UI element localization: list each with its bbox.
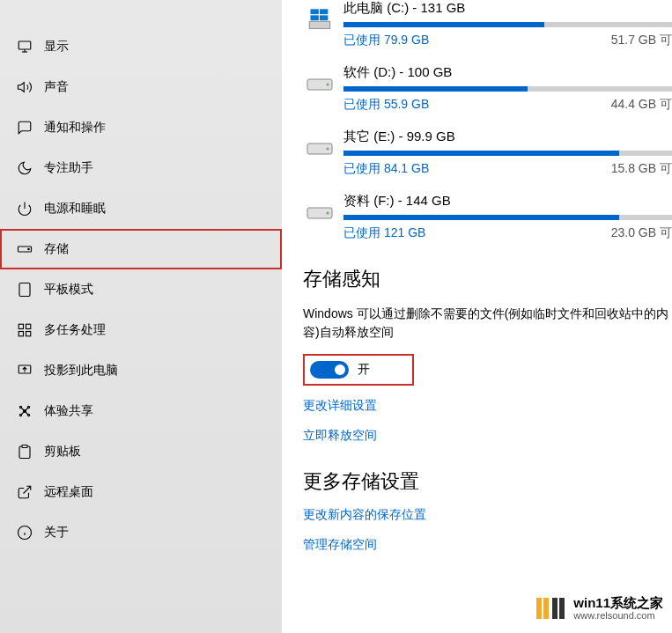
sidebar-item-projecting[interactable]: 投影到此电脑 bbox=[0, 350, 282, 391]
sidebar-item-label: 电源和睡眠 bbox=[44, 201, 106, 217]
toggle-label: 开 bbox=[358, 362, 370, 378]
sound-icon bbox=[16, 78, 33, 96]
sidebar-item-label: 远程桌面 bbox=[44, 484, 93, 500]
watermark-sub: www.relsound.com bbox=[573, 610, 663, 621]
sidebar-item-label: 体验共享 bbox=[44, 403, 93, 419]
svg-rect-0 bbox=[18, 41, 31, 49]
svg-point-37 bbox=[327, 212, 329, 215]
svg-rect-29 bbox=[320, 9, 328, 14]
sidebar-item-clipboard[interactable]: 剪贴板 bbox=[0, 431, 282, 472]
svg-point-6 bbox=[28, 248, 30, 250]
sidebar-item-label: 剪贴板 bbox=[44, 444, 81, 460]
drive-title: 软件 (D:) - 100 GB bbox=[343, 64, 672, 81]
sidebar-item-notifications[interactable]: 通知和操作 bbox=[0, 107, 282, 148]
more-settings-title: 更多存储设置 bbox=[303, 468, 672, 495]
shared-icon bbox=[16, 402, 33, 420]
sidebar-item-label: 多任务处理 bbox=[44, 322, 106, 338]
hdd-icon bbox=[303, 137, 336, 158]
svg-rect-9 bbox=[18, 324, 23, 328]
display-icon bbox=[16, 38, 33, 55]
free-space-link[interactable]: 立即释放空间 bbox=[303, 428, 672, 444]
drive-e[interactable]: 其它 (E:) - 99.9 GB 已使用 84.1 GB 15.8 GB 可 bbox=[303, 129, 672, 177]
svg-rect-22 bbox=[22, 445, 27, 448]
watermark-logo-icon bbox=[535, 593, 566, 624]
multitask-icon bbox=[16, 321, 33, 339]
drive-title: 其它 (E:) - 99.9 GB bbox=[343, 129, 672, 145]
svg-rect-40 bbox=[552, 598, 558, 619]
svg-rect-27 bbox=[309, 21, 329, 28]
storage-sense-title: 存储感知 bbox=[303, 266, 672, 292]
drive-title: 此电脑 (C:) - 131 GB bbox=[343, 0, 672, 17]
focus-icon bbox=[16, 159, 33, 177]
notification-icon bbox=[16, 119, 33, 136]
svg-marker-3 bbox=[18, 83, 25, 92]
svg-rect-28 bbox=[311, 9, 319, 14]
storage-sense-desc: Windows 可以通过删除不需要的文件(例如临时文件和回收站中的内容)自动释放… bbox=[303, 305, 672, 342]
about-icon bbox=[16, 524, 33, 541]
sidebar-item-shared[interactable]: 体验共享 bbox=[0, 391, 282, 431]
drive-free: 23.0 GB 可 bbox=[611, 225, 672, 241]
drive-f[interactable]: 资料 (F:) - 144 GB 已使用 121 GB 23.0 GB 可 bbox=[303, 193, 672, 241]
svg-rect-38 bbox=[536, 598, 542, 619]
svg-rect-30 bbox=[311, 15, 319, 20]
svg-line-23 bbox=[24, 486, 31, 493]
tablet-icon bbox=[16, 281, 33, 298]
sidebar-item-label: 专注助手 bbox=[44, 160, 93, 176]
projecting-icon bbox=[16, 362, 33, 379]
sidebar-item-power[interactable]: 电源和睡眠 bbox=[0, 188, 282, 229]
drive-used: 已使用 55.9 GB bbox=[343, 97, 429, 113]
drive-used: 已使用 84.1 GB bbox=[343, 161, 429, 177]
svg-rect-10 bbox=[26, 324, 31, 328]
change-details-link[interactable]: 更改详细设置 bbox=[303, 398, 672, 414]
sidebar-item-storage[interactable]: 存储 bbox=[0, 229, 282, 269]
svg-rect-12 bbox=[26, 332, 31, 336]
sidebar-item-multitask[interactable]: 多任务处理 bbox=[0, 310, 282, 350]
svg-rect-39 bbox=[543, 598, 549, 619]
sidebar: 显示 声音 通知和操作 专注助手 电源和睡眠 bbox=[0, 0, 282, 633]
svg-rect-7 bbox=[19, 283, 30, 297]
sidebar-item-display[interactable]: 显示 bbox=[0, 26, 282, 67]
sidebar-item-label: 声音 bbox=[44, 79, 69, 95]
storage-sense-toggle-row: 开 bbox=[303, 354, 414, 386]
hdd-icon bbox=[303, 73, 336, 94]
power-icon bbox=[16, 200, 33, 217]
sidebar-item-label: 平板模式 bbox=[44, 282, 93, 298]
sidebar-item-label: 投影到此电脑 bbox=[44, 363, 118, 379]
hdd-icon bbox=[303, 202, 336, 223]
drive-d[interactable]: 软件 (D:) - 100 GB 已使用 55.9 GB 44.4 GB 可 bbox=[303, 64, 672, 113]
clipboard-icon bbox=[16, 443, 33, 460]
svg-rect-41 bbox=[559, 598, 565, 619]
svg-point-35 bbox=[327, 148, 329, 151]
sidebar-item-focus[interactable]: 专注助手 bbox=[0, 148, 282, 188]
drive-progress-bar bbox=[343, 151, 672, 156]
main-content: 此电脑 (C:) - 131 GB 已使用 79.9 GB 51.7 GB 可 … bbox=[282, 0, 672, 633]
drive-c[interactable]: 此电脑 (C:) - 131 GB 已使用 79.9 GB 51.7 GB 可 bbox=[303, 0, 672, 48]
storage-sense-toggle[interactable] bbox=[310, 361, 349, 379]
drive-progress-bar bbox=[343, 86, 672, 92]
remote-icon bbox=[16, 483, 33, 501]
sidebar-item-remote[interactable]: 远程桌面 bbox=[0, 472, 282, 512]
drive-title: 资料 (F:) - 144 GB bbox=[343, 193, 672, 210]
sidebar-item-label: 显示 bbox=[44, 39, 69, 55]
drive-used: 已使用 121 GB bbox=[343, 225, 425, 241]
drive-free: 51.7 GB 可 bbox=[611, 33, 672, 48]
svg-point-33 bbox=[327, 84, 329, 86]
manage-storage-link[interactable]: 管理存储空间 bbox=[303, 537, 672, 553]
drive-used: 已使用 79.9 GB bbox=[343, 33, 429, 48]
drive-progress-bar bbox=[343, 22, 672, 27]
sidebar-item-sound[interactable]: 声音 bbox=[0, 67, 282, 107]
svg-rect-31 bbox=[320, 15, 328, 20]
svg-rect-11 bbox=[18, 332, 23, 336]
sidebar-item-label: 存储 bbox=[44, 241, 69, 257]
storage-icon bbox=[16, 240, 33, 258]
drive-free: 15.8 GB 可 bbox=[611, 161, 672, 177]
drive-free: 44.4 GB 可 bbox=[611, 97, 672, 113]
change-save-location-link[interactable]: 更改新内容的保存位置 bbox=[303, 507, 672, 523]
sidebar-item-label: 通知和操作 bbox=[44, 120, 106, 136]
drive-progress-bar bbox=[343, 215, 672, 220]
sidebar-item-about[interactable]: 关于 bbox=[0, 512, 282, 553]
watermark-main: win11系统之家 bbox=[573, 596, 663, 611]
sidebar-item-tablet[interactable]: 平板模式 bbox=[0, 269, 282, 310]
sidebar-item-label: 关于 bbox=[44, 525, 69, 541]
watermark: win11系统之家 www.relsound.com bbox=[535, 593, 663, 624]
